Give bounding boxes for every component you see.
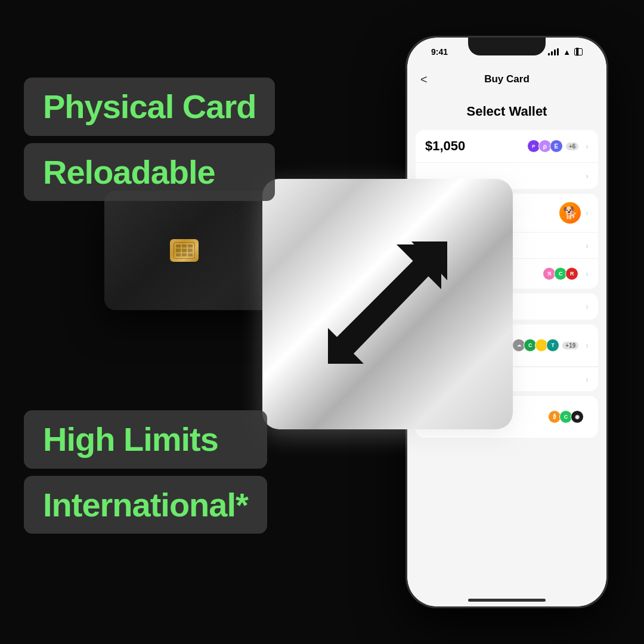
wallet-coin-icons-multi: ℜ C R [543,267,578,280]
back-button[interactable]: < [420,73,428,86]
international-label: International* [24,476,267,534]
wallet-coin-icons-defi2: ₿ C ◉ [548,410,584,423]
wallet-item-top[interactable]: $1,050 P ρ E +6 › [416,130,598,163]
notch [468,38,546,55]
chevron-icon: › [586,241,589,250]
chevron-icon: › [586,302,589,311]
chevron-icon: › [586,171,589,181]
home-indicator [468,599,546,602]
international-text: International* [43,486,248,524]
shiba-icon: 🐕 [559,202,581,224]
chip-inner [174,242,195,259]
chevron-icon: › [586,208,589,218]
coin-dark: ◉ [571,410,584,423]
reloadable-text: Reloadable [43,153,215,191]
physical-card-text: Physical Card [43,88,256,125]
chip-cell [188,249,193,252]
svg-line-3 [343,259,432,352]
chip-cell [182,253,187,256]
status-time: 9:41 [431,47,448,57]
wallet-coin-icons-defi1: ☁ C ⚡ T +19 [512,339,578,352]
coin-r2: R [565,267,578,280]
bar1 [548,53,550,55]
bar2 [551,51,553,55]
coin-teal: T [546,339,559,352]
signal-bars-icon [548,48,559,55]
bar4 [557,48,559,55]
chip-cell [176,253,181,256]
chevron-icon: › [586,340,589,350]
chip-cell [188,244,193,247]
wallet-info: $1,050 [425,138,527,154]
wifi-icon: ▲ [563,48,571,57]
swap-arrows-icon [310,227,465,382]
bar3 [554,49,556,55]
high-limits-label: High Limits [24,410,267,469]
wallet-amount: $1,050 [425,138,465,153]
chip-cell [176,249,181,252]
top-labels: Physical Card Reloadable [24,78,275,201]
silver-card-overlay [262,179,513,429]
coin-indigo: E [550,140,563,153]
chip-cell [182,249,187,252]
nav-header: < Buy Card [407,64,606,94]
physical-card-label: Physical Card [24,78,275,136]
chip-cell [188,253,193,256]
plus-badge-19: +19 [562,342,578,349]
reloadable-label: Reloadable [24,143,275,202]
chip-cell [182,244,187,247]
chip-cell [176,244,181,247]
status-icons: ▲ ▌ [548,48,583,57]
chip [170,239,199,262]
battery-icon: ▌ [574,48,583,55]
bottom-labels: High Limits International* [24,410,267,534]
plus-badge: +6 [566,143,578,150]
select-wallet-title: Select Wallet [407,94,606,125]
wallet-coin-icons: P ρ E +6 [527,140,578,153]
chevron-icon: › [586,374,589,384]
nav-title: Buy Card [484,73,530,85]
chevron-icon: › [586,269,589,278]
high-limits-text: High Limits [43,420,218,458]
chevron-icon: › [586,141,589,151]
